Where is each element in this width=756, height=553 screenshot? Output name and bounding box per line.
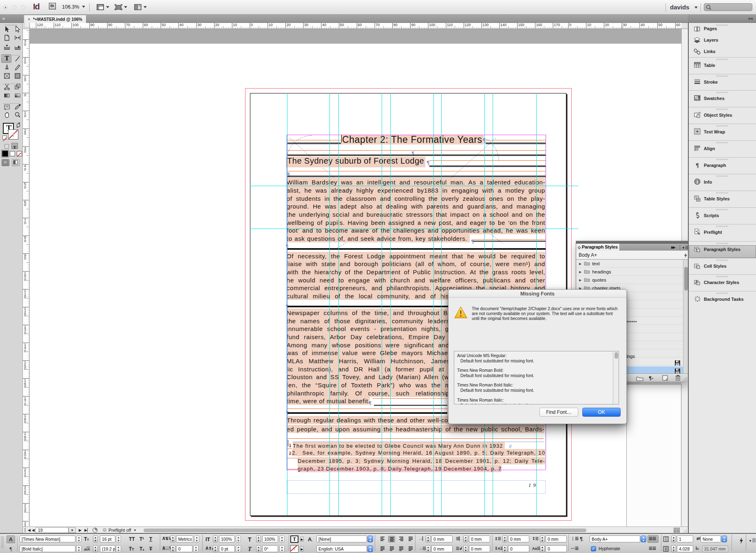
svg-text:T: T <box>11 131 15 138</box>
